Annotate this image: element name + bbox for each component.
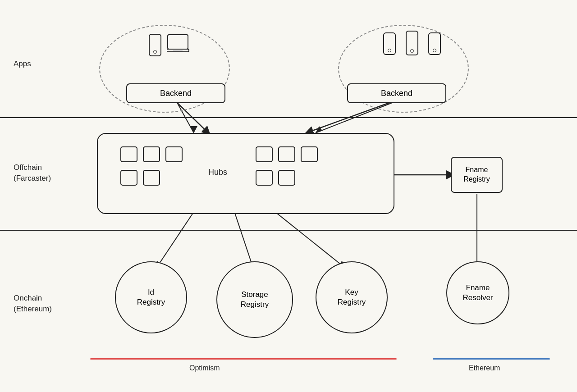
hub-sq-9 xyxy=(256,170,273,186)
divider-1 xyxy=(0,117,577,118)
left-phone-1 xyxy=(149,34,161,56)
apps-label: Apps xyxy=(14,59,31,69)
hubs-label-text: Hubs xyxy=(208,168,227,177)
key-registry-circle: KeyRegistry xyxy=(316,261,388,333)
svg-line-7 xyxy=(158,212,194,266)
hub-sq-7 xyxy=(120,170,137,186)
hub-sq-2 xyxy=(143,146,160,162)
optimism-label: Optimism xyxy=(189,364,220,372)
svg-rect-12 xyxy=(168,35,188,49)
storage-registry-label: StorageRegistry xyxy=(241,290,269,310)
hub-sq-3 xyxy=(165,146,183,162)
svg-line-9 xyxy=(275,212,343,266)
offchain-label: Offchain(Farcaster) xyxy=(14,162,51,184)
ethereum-label: Ethereum xyxy=(469,364,500,372)
svg-marker-1 xyxy=(190,126,197,133)
right-phone-3 xyxy=(428,32,441,55)
hubs-box: Hubs xyxy=(97,133,394,214)
key-registry-label: KeyRegistry xyxy=(338,287,366,307)
hub-sq-4 xyxy=(256,146,273,162)
storage-registry-circle: StorageRegistry xyxy=(216,261,293,338)
onchain-label: Onchain(Ethereum) xyxy=(14,293,52,315)
fname-registry-offchain-label: FnameRegistry xyxy=(463,165,490,184)
hub-sq-1 xyxy=(120,146,137,162)
left-backend-box: Backend xyxy=(126,83,225,103)
hub-sq-6 xyxy=(301,146,318,162)
fname-resolver-circle: FnameResolver xyxy=(446,261,509,324)
svg-marker-3 xyxy=(316,126,322,133)
svg-line-8 xyxy=(234,212,252,266)
ethereum-line xyxy=(433,358,550,360)
id-registry-circle: IdRegistry xyxy=(115,261,187,333)
svg-rect-14 xyxy=(173,50,183,51)
laptop-icon xyxy=(167,34,192,54)
divider-2 xyxy=(0,230,577,231)
right-phone-1 xyxy=(383,32,396,55)
fname-resolver-label: FnameResolver xyxy=(463,283,493,303)
id-registry-label: IdRegistry xyxy=(137,287,165,307)
fname-registry-offchain: FnameRegistry xyxy=(451,157,503,193)
hub-sq-8 xyxy=(143,170,160,186)
right-phone-2 xyxy=(406,31,418,55)
hub-sq-10 xyxy=(278,170,295,186)
diagram-container: Apps Offchain(Farcaster) Onchain(Ethereu… xyxy=(0,0,577,392)
right-backend-box: Backend xyxy=(347,83,446,103)
optimism-line xyxy=(90,358,397,360)
hub-sq-5 xyxy=(278,146,295,162)
